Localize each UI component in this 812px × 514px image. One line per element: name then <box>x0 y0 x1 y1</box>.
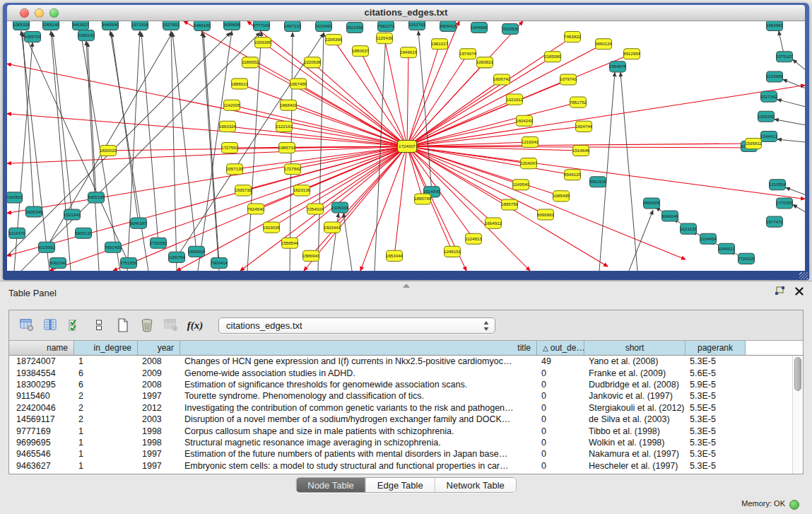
graph-node[interactable]: 9463627 <box>72 21 90 30</box>
new-table-icon[interactable] <box>112 315 134 335</box>
table-cell[interactable]: 0 <box>537 402 584 414</box>
view-mode-icon[interactable] <box>88 315 110 335</box>
table-cell[interactable]: 49 <box>537 356 584 367</box>
graph-node[interactable]: 1142005 <box>223 100 240 110</box>
graph-node[interactable]: 1604243 <box>516 115 534 126</box>
graph-node[interactable]: 9245012 <box>718 243 736 254</box>
graph-node[interactable]: 1210554 <box>769 180 787 190</box>
graph-node[interactable]: 1152763 <box>408 21 425 30</box>
table-cell[interactable]: 0 <box>537 368 584 379</box>
table-cell[interactable]: 5.3E-5 <box>686 390 746 402</box>
table-row[interactable]: 2242004622012Investigating the contribut… <box>9 402 803 414</box>
table-cell[interactable]: Stergiakouli et al. (2012) <box>584 402 686 414</box>
graph-node[interactable]: 1321611 <box>506 94 523 105</box>
graph-node[interactable]: 2057139 <box>226 164 244 175</box>
graph-node[interactable]: 1667455 <box>290 78 307 89</box>
table-cell[interactable]: Nakamura et al. (1997) <box>584 448 686 460</box>
table-cell[interactable]: 2003 <box>138 414 180 425</box>
graph-node[interactable]: 2730350 <box>150 238 167 248</box>
graph-node[interactable]: 1974074 <box>459 49 477 59</box>
table-cell[interactable]: Disruption of a novel member of a sodium… <box>180 414 537 425</box>
table-cell[interactable]: 5.6E-5 <box>686 368 746 379</box>
graph-node[interactable]: 1985731 <box>278 142 296 153</box>
table-cell[interactable]: 0 <box>537 460 584 472</box>
graph-node[interactable]: 1093821 <box>476 57 494 68</box>
graph-node[interactable]: 1724007 <box>398 140 417 152</box>
table-cell[interactable]: 5.3E-5 <box>686 448 746 460</box>
graph-node[interactable]: 1667133 <box>284 21 302 32</box>
graph-node[interactable]: 7726225 <box>738 253 755 264</box>
graph-node[interactable]: 2122161 <box>276 121 293 132</box>
table-row[interactable]: 1456911722003Disruption of a novel membe… <box>9 414 803 425</box>
column-header-name[interactable]: name <box>9 341 74 355</box>
table-cell[interactable]: 1997 <box>138 448 180 460</box>
graph-node[interactable]: 6092340 <box>49 257 67 268</box>
graph-node[interactable]: 8549125 <box>564 170 582 180</box>
graph-node[interactable]: 2105334 <box>331 202 349 213</box>
graph-node[interactable]: 9777169 <box>253 21 271 31</box>
graph-node[interactable]: 1104454 <box>700 233 717 244</box>
table-cell[interactable]: 1997 <box>138 460 180 472</box>
table-row[interactable]: 969969511998Structural magnetic resonanc… <box>9 437 803 448</box>
table-cell[interactable]: 1 <box>74 437 138 448</box>
graph-node[interactable]: 1595811 <box>745 138 762 148</box>
graph-node[interactable]: 1919035 <box>263 222 281 233</box>
graph-node[interactable]: 9046387 <box>130 218 148 228</box>
scrollbar-thumb[interactable] <box>794 357 801 391</box>
graph-node[interactable]: 9699695 <box>223 21 241 30</box>
table-row[interactable]: 1830029562008Estimation of significance … <box>9 379 803 390</box>
graph-node[interactable]: 7515526 <box>502 24 519 35</box>
graph-node[interactable]: 1079743 <box>560 74 577 85</box>
table-row[interactable]: 911546021997Tourette syndrome. Phenomeno… <box>9 390 803 402</box>
graph-node[interactable]: 7582271 <box>377 21 395 32</box>
graph-node[interactable]: 8561516 <box>589 177 607 187</box>
graph-node[interactable]: 9116470 <box>8 228 25 238</box>
graph-node[interactable]: 5905133 <box>75 228 93 238</box>
table-cell[interactable]: 19384554 <box>9 368 74 379</box>
table-row[interactable]: 1938455462009Genome-wide association stu… <box>9 367 803 378</box>
graph-node[interactable]: 2220638 <box>304 57 322 68</box>
table-cell[interactable]: 1997 <box>138 390 180 402</box>
graph-node[interactable]: 7900414 <box>211 257 228 268</box>
graph-node[interactable]: 4355724 <box>24 32 42 42</box>
table-cell[interactable]: 18300295 <box>9 379 74 390</box>
window-titlebar[interactable]: citations_edges.txt <box>7 5 805 21</box>
graph-node[interactable]: 9046049 <box>661 211 679 221</box>
table-cell[interactable]: 1998 <box>138 437 180 448</box>
graph-node[interactable]: 1677472 <box>766 216 784 227</box>
column-header-title[interactable]: title <box>180 341 537 355</box>
tab-edge-table[interactable]: Edge Table <box>365 478 435 492</box>
table-row[interactable]: 946362711997Embryonic stem cells: a mode… <box>9 460 803 472</box>
graph-node[interactable]: 1656604 <box>188 246 206 257</box>
table-cell[interactable]: 6 <box>74 379 138 390</box>
graph-node[interactable]: 2204067 <box>520 158 538 169</box>
graph-node[interactable]: 8751556 <box>120 257 138 268</box>
graph-node[interactable]: 2605346 <box>25 206 43 217</box>
table-cell[interactable]: Investigating the contribution of common… <box>180 402 537 414</box>
table-cell[interactable]: 0 <box>537 414 584 425</box>
table-cell[interactable]: 5.3E-5 <box>686 356 746 367</box>
table-selector-dropdown[interactable]: citations_edges.txt <box>218 317 495 334</box>
graph-node[interactable]: 7624540 <box>247 204 265 214</box>
graph-node[interactable]: 1830029 <box>100 145 117 156</box>
table-cell[interactable]: 0 <box>537 390 584 402</box>
graph-node[interactable]: 9115460 <box>315 21 332 32</box>
table-cell[interactable]: 9699695 <box>9 437 74 448</box>
graph-node[interactable]: 1248151 <box>444 246 461 257</box>
graph-node[interactable]: 1125439 <box>376 33 393 44</box>
delete-table-icon[interactable] <box>136 315 158 335</box>
column-header-short[interactable]: short <box>584 341 686 355</box>
close-panel-icon[interactable] <box>795 287 804 296</box>
table-cell[interactable]: Genome-wide association studies in ADHD. <box>180 368 537 379</box>
table-cell[interactable]: 5.3E-5 <box>686 460 746 472</box>
table-cell[interactable]: Structural magnetic resonance image aver… <box>180 437 537 448</box>
graph-node[interactable]: 9129966 <box>766 71 784 82</box>
graph-node[interactable]: 9227342 <box>760 91 778 102</box>
graph-node[interactable]: 8806305 <box>643 198 661 209</box>
table-cell[interactable]: 2 <box>74 414 138 425</box>
table-cell[interactable]: Corpus callosum shape and size in male p… <box>180 426 537 437</box>
table-cell[interactable]: 9463627 <box>9 460 74 472</box>
table-cell[interactable]: 1 <box>74 356 138 367</box>
graph-node[interactable]: 2206365 <box>254 37 272 48</box>
graph-node[interactable]: 2069140 <box>42 21 60 30</box>
